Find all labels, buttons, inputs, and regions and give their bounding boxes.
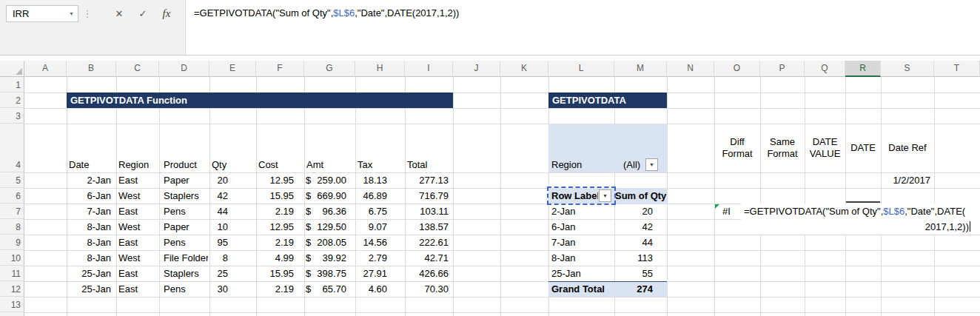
- pivot-filter-dropdown[interactable]: ▼: [645, 158, 658, 171]
- cell-date[interactable]: 8-Jan: [67, 219, 111, 235]
- column-header-C[interactable]: C: [116, 61, 159, 77]
- cell-total[interactable]: 222.61: [400, 235, 449, 250]
- cell-qty[interactable]: 8: [200, 250, 228, 266]
- column-header-P[interactable]: P: [760, 61, 805, 77]
- column-header-O[interactable]: O: [714, 61, 760, 77]
- cell-cost[interactable]: 2.19: [252, 281, 294, 297]
- pivot-row-value[interactable]: 42: [592, 219, 653, 235]
- row-header-5[interactable]: 5: [0, 172, 24, 188]
- cancel-button[interactable]: ✕: [109, 5, 130, 22]
- row-header-8[interactable]: 8: [0, 219, 24, 235]
- row-header-9[interactable]: 9: [0, 235, 24, 250]
- row-header-7[interactable]: 7: [0, 204, 24, 219]
- cell-qty[interactable]: 10: [200, 219, 228, 235]
- pivot-values-header[interactable]: Sum of Qty: [615, 188, 666, 204]
- cell-date-ref[interactable]: 1/2/2017: [881, 172, 930, 188]
- cell-qty[interactable]: 44: [200, 204, 228, 219]
- cell-date[interactable]: 7-Jan: [67, 204, 111, 219]
- cell-tax[interactable]: 2.79: [340, 250, 387, 266]
- cell-region[interactable]: West: [118, 188, 140, 204]
- cell-date[interactable]: 8-Jan: [67, 235, 111, 250]
- cell-date[interactable]: 8-Jan: [67, 250, 111, 266]
- cell-cost[interactable]: 12.95: [252, 219, 294, 235]
- cell-tax[interactable]: 14.56: [340, 235, 387, 250]
- column-header-K[interactable]: K: [500, 61, 548, 77]
- name-box-dropdown-icon[interactable]: ▼: [69, 11, 74, 17]
- column-header-D[interactable]: D: [159, 61, 209, 77]
- pivot-filter-value[interactable]: (All): [623, 157, 640, 172]
- cell-region[interactable]: East: [118, 235, 138, 250]
- cell-date[interactable]: 25-Jan: [67, 266, 111, 281]
- pivot-filter-field[interactable]: Region: [551, 157, 582, 172]
- cell-cost[interactable]: 12.95: [252, 172, 294, 188]
- cell-tax[interactable]: 9.07: [340, 219, 387, 235]
- cell-cost[interactable]: 2.19: [252, 204, 294, 219]
- row-header-11[interactable]: 11: [0, 266, 24, 281]
- row-header-1[interactable]: 1: [0, 77, 24, 93]
- pivot-row-label[interactable]: 25-Jan: [551, 266, 581, 281]
- column-header-H[interactable]: H: [355, 61, 405, 77]
- enter-button[interactable]: ✓: [132, 5, 153, 22]
- in-cell-editor[interactable]: =GETPIVOTDATA("Sum of Qty",$L$6,"Date",D…: [741, 204, 980, 235]
- cell-tax[interactable]: 18.13: [340, 172, 387, 188]
- cell-total[interactable]: 70.30: [400, 281, 449, 297]
- cell-total[interactable]: 42.71: [400, 250, 449, 266]
- cell-qty[interactable]: 20: [200, 172, 228, 188]
- column-header-I[interactable]: I: [405, 61, 453, 77]
- column-header-J[interactable]: J: [453, 61, 500, 77]
- pivot-row-value[interactable]: 55: [592, 266, 653, 281]
- cell-date[interactable]: 6-Jan: [67, 188, 111, 204]
- cell-qty[interactable]: 95: [200, 235, 228, 250]
- select-all-button[interactable]: [0, 61, 24, 77]
- cell-total[interactable]: 103.11: [400, 204, 449, 219]
- row-header-4[interactable]: 4: [0, 124, 24, 172]
- cell-region[interactable]: East: [118, 266, 138, 281]
- pivot-row-value[interactable]: 113: [592, 250, 653, 266]
- row-header-12[interactable]: 12: [0, 281, 24, 297]
- column-header-R[interactable]: R: [845, 61, 881, 77]
- cell-region[interactable]: East: [118, 281, 138, 297]
- cell-total[interactable]: 716.79: [400, 188, 449, 204]
- pivot-row-value[interactable]: 20: [592, 204, 653, 219]
- row-header-10[interactable]: 10: [0, 250, 24, 266]
- cell-region[interactable]: West: [118, 219, 140, 235]
- row-header-13[interactable]: 13: [0, 297, 24, 312]
- column-header-T[interactable]: T: [934, 61, 980, 77]
- row-header-2[interactable]: 2: [0, 93, 24, 108]
- cell-cost[interactable]: 15.95: [252, 188, 294, 204]
- column-header-B[interactable]: B: [67, 61, 116, 77]
- cell-tax[interactable]: 46.89: [340, 188, 387, 204]
- grand-total-value[interactable]: 274: [592, 281, 653, 297]
- pivot-row-label[interactable]: 7-Jan: [551, 235, 576, 250]
- pivot-row-value[interactable]: 44: [592, 235, 653, 250]
- cell-total[interactable]: 138.57: [400, 219, 449, 235]
- column-header-Q[interactable]: Q: [805, 61, 845, 77]
- pivot-row-labels-dropdown[interactable]: ▼: [599, 189, 611, 202]
- cell-qty[interactable]: 30: [200, 281, 228, 297]
- cell-error-value[interactable]: #I: [722, 204, 731, 219]
- insert-function-button[interactable]: fx: [156, 5, 177, 22]
- cell-cost[interactable]: 15.95: [252, 266, 294, 281]
- cell-qty[interactable]: 42: [200, 188, 228, 204]
- column-header-N[interactable]: N: [667, 61, 714, 77]
- cell-date[interactable]: 2-Jan: [67, 172, 111, 188]
- column-header-A[interactable]: A: [24, 61, 67, 77]
- cell-qty[interactable]: 25: [200, 266, 228, 281]
- cell-total[interactable]: 277.13: [400, 172, 449, 188]
- pivot-row-label[interactable]: 2-Jan: [551, 204, 576, 219]
- row-header-3[interactable]: 3: [0, 108, 24, 124]
- cell-region[interactable]: West: [118, 250, 140, 266]
- cell-region[interactable]: East: [118, 204, 138, 219]
- cell-total[interactable]: 426.66: [400, 266, 449, 281]
- cell-tax[interactable]: 4.60: [340, 281, 387, 297]
- column-header-M[interactable]: M: [614, 61, 667, 77]
- column-header-S[interactable]: S: [881, 61, 934, 77]
- column-header-L[interactable]: L: [548, 61, 614, 77]
- pivot-row-label[interactable]: 6-Jan: [551, 219, 576, 235]
- pivot-row-labels-header[interactable]: Row Labels: [551, 188, 598, 204]
- cell-tax[interactable]: 27.91: [340, 266, 387, 281]
- name-box[interactable]: IRR ▼: [6, 5, 78, 22]
- cell-cost[interactable]: 4.99: [252, 250, 294, 266]
- column-header-G[interactable]: G: [304, 61, 355, 77]
- cell-cost[interactable]: 2.19: [252, 235, 294, 250]
